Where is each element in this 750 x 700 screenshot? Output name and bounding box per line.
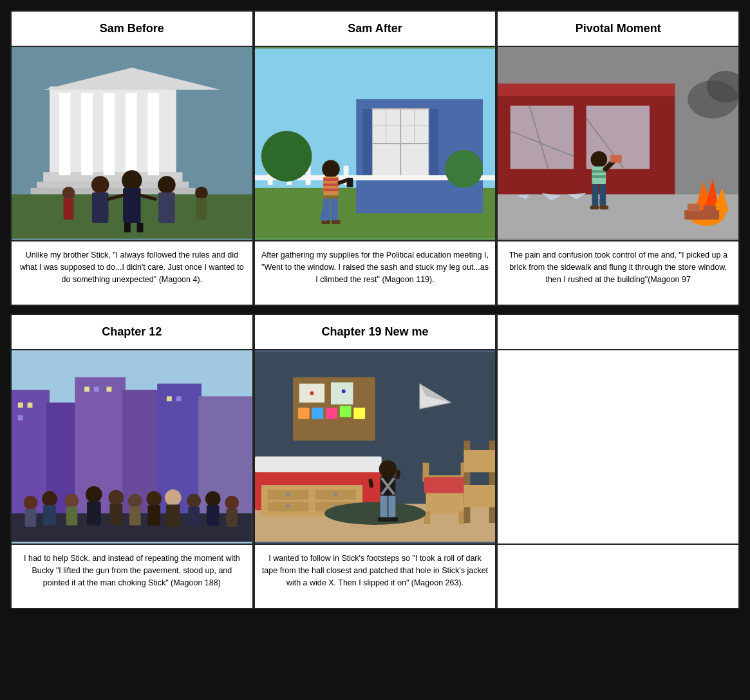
svg-point-16 bbox=[91, 176, 109, 194]
svg-rect-19 bbox=[158, 193, 175, 223]
svg-rect-133 bbox=[298, 408, 310, 419]
svg-rect-3 bbox=[59, 93, 71, 175]
pivotal-moment-cell: Pivotal Moment bbox=[496, 10, 740, 306]
svg-rect-15 bbox=[137, 223, 144, 232]
svg-rect-111 bbox=[66, 506, 78, 525]
svg-rect-99 bbox=[18, 415, 23, 421]
svg-rect-144 bbox=[255, 457, 382, 473]
svg-rect-125 bbox=[207, 505, 220, 525]
svg-rect-81 bbox=[592, 175, 606, 178]
svg-rect-21 bbox=[64, 198, 74, 220]
svg-rect-98 bbox=[28, 402, 33, 408]
svg-rect-101 bbox=[94, 387, 99, 392]
svg-rect-109 bbox=[43, 505, 56, 525]
svg-point-106 bbox=[24, 496, 38, 510]
svg-point-138 bbox=[310, 391, 314, 395]
svg-rect-60 bbox=[498, 84, 675, 97]
empty-text bbox=[498, 544, 738, 608]
sam-after-image bbox=[255, 47, 496, 240]
svg-point-151 bbox=[333, 493, 337, 497]
svg-rect-87 bbox=[610, 155, 622, 163]
chapter-19-text: I wanted to follow in Stick's footsteps … bbox=[255, 544, 496, 608]
svg-rect-23 bbox=[196, 198, 207, 220]
empty-cell bbox=[496, 314, 740, 609]
svg-rect-127 bbox=[226, 509, 238, 527]
svg-point-124 bbox=[205, 491, 221, 507]
svg-point-20 bbox=[62, 187, 75, 200]
sam-before-text: Unlike my brother Stick, "I always follo… bbox=[12, 240, 252, 305]
svg-rect-168 bbox=[377, 517, 388, 522]
svg-point-108 bbox=[42, 491, 57, 507]
svg-rect-97 bbox=[18, 402, 23, 408]
svg-point-78 bbox=[591, 151, 608, 168]
chapter-12-cell: Chapter 12 bbox=[10, 314, 254, 609]
sam-before-image bbox=[12, 47, 252, 240]
svg-rect-77 bbox=[704, 205, 717, 212]
sam-before-cell: Sam Before bbox=[10, 10, 254, 306]
svg-rect-135 bbox=[326, 408, 337, 419]
svg-point-44 bbox=[445, 150, 483, 188]
sam-after-text: After gathering my supplies for the Poli… bbox=[255, 240, 496, 305]
svg-point-139 bbox=[341, 390, 345, 393]
svg-point-22 bbox=[195, 187, 208, 200]
svg-rect-174 bbox=[464, 450, 495, 472]
svg-rect-103 bbox=[167, 396, 172, 401]
svg-rect-14 bbox=[124, 223, 131, 232]
svg-point-18 bbox=[158, 176, 176, 194]
svg-rect-175 bbox=[464, 485, 495, 507]
chapter-19-image bbox=[255, 350, 496, 544]
svg-rect-85 bbox=[600, 205, 609, 209]
empty-header bbox=[498, 315, 738, 350]
svg-point-112 bbox=[86, 486, 102, 503]
svg-rect-160 bbox=[424, 477, 465, 493]
svg-point-12 bbox=[122, 170, 142, 190]
svg-rect-102 bbox=[106, 387, 111, 392]
svg-rect-7 bbox=[147, 93, 159, 175]
svg-rect-36 bbox=[429, 109, 438, 178]
svg-rect-169 bbox=[388, 517, 398, 522]
svg-rect-52 bbox=[331, 199, 338, 221]
pivotal-moment-header: Pivotal Moment bbox=[498, 12, 738, 47]
svg-rect-134 bbox=[312, 408, 323, 419]
svg-point-110 bbox=[65, 494, 79, 508]
svg-rect-113 bbox=[87, 502, 101, 525]
svg-point-45 bbox=[322, 160, 340, 178]
svg-rect-117 bbox=[129, 506, 141, 525]
svg-rect-132 bbox=[331, 383, 353, 404]
sam-after-header: Sam After bbox=[255, 12, 496, 47]
svg-point-150 bbox=[286, 493, 290, 497]
svg-rect-13 bbox=[123, 188, 141, 223]
svg-rect-123 bbox=[188, 506, 200, 525]
svg-point-120 bbox=[165, 489, 182, 506]
svg-rect-35 bbox=[362, 109, 372, 178]
pivotal-moment-text: The pain and confusion took control of m… bbox=[498, 240, 738, 305]
svg-rect-84 bbox=[590, 205, 599, 209]
svg-point-116 bbox=[128, 494, 142, 508]
chapter-12-header: Chapter 12 bbox=[12, 315, 252, 350]
svg-rect-107 bbox=[25, 509, 37, 527]
chapter-19-header: Chapter 19 New me bbox=[255, 315, 496, 350]
svg-point-118 bbox=[146, 491, 162, 507]
svg-rect-115 bbox=[109, 504, 122, 524]
svg-rect-6 bbox=[126, 93, 137, 175]
svg-rect-104 bbox=[176, 396, 182, 401]
svg-point-152 bbox=[286, 504, 290, 508]
chapter-12-text: I had to help Stick, and instead of repe… bbox=[12, 544, 252, 608]
svg-rect-4 bbox=[81, 93, 93, 175]
svg-rect-56 bbox=[346, 178, 353, 187]
svg-rect-48 bbox=[323, 184, 339, 186]
svg-rect-17 bbox=[92, 193, 109, 223]
svg-point-126 bbox=[225, 496, 239, 510]
svg-point-162 bbox=[379, 460, 397, 478]
pivotal-moment-image bbox=[498, 47, 738, 240]
svg-rect-49 bbox=[323, 189, 339, 191]
svg-point-114 bbox=[108, 490, 124, 506]
svg-rect-50 bbox=[323, 196, 339, 199]
svg-rect-137 bbox=[353, 408, 365, 419]
svg-rect-119 bbox=[147, 505, 160, 525]
svg-rect-136 bbox=[339, 406, 351, 417]
svg-point-161 bbox=[324, 502, 426, 525]
svg-rect-100 bbox=[84, 387, 89, 392]
svg-point-43 bbox=[261, 131, 312, 182]
svg-point-122 bbox=[187, 494, 201, 508]
